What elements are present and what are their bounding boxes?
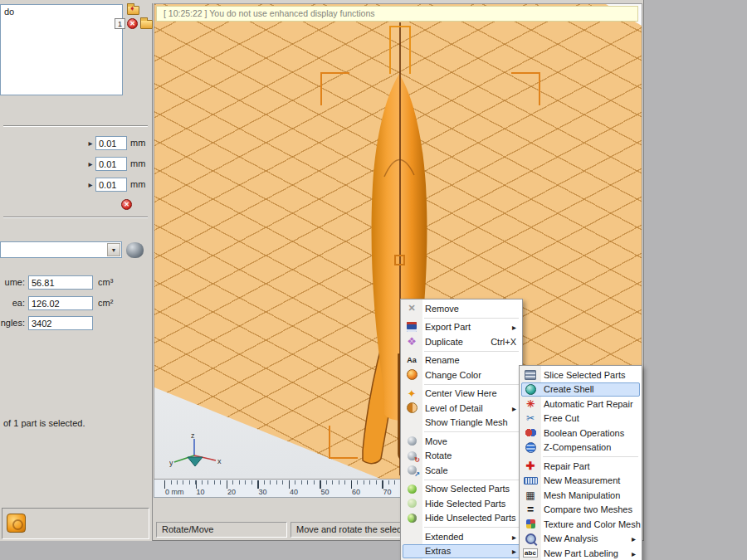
area-unit: cm² [98,298,113,308]
triangles-field[interactable] [28,316,93,330]
settings-icon[interactable] [7,514,26,533]
context-menu-item-hide-unselected-parts[interactable]: Hide Unselected Parts [403,511,520,526]
extras-submenu-item-new-measurement[interactable]: New Measurement [521,474,640,489]
extras-submenu-item-texture-and-color-mesh[interactable]: Texture and Color Mesh [521,517,640,532]
menu-item-label: Change Color [425,370,516,380]
context-menu-item-export-part[interactable]: Export Part [403,320,520,335]
move-icon [404,435,419,447]
context-menu-item-duplicate[interactable]: DuplicateCtrl+X [403,334,520,349]
submenu-arrow-icon [512,403,516,413]
z-axis-label: z [191,432,195,440]
history-list[interactable]: do [0,4,123,95]
chevron-down-icon[interactable] [107,243,120,256]
context-menu-item-extended[interactable]: Extended [403,529,520,544]
offset-x-input[interactable] [95,136,127,150]
axes-indicator: z y x [169,432,222,472]
volume-unit: cm³ [98,277,113,287]
ruler-label: 70 [383,488,392,496]
extras-submenu-item-repair-part[interactable]: Repair Part [521,459,640,474]
extras-submenu-item-compare-two-meshes[interactable]: Compare two Meshes [521,503,640,518]
menu-item-label: Extended [425,532,507,542]
menu-separator [424,527,519,528]
extras-submenu-item-create-shell[interactable]: Create Shell [521,382,640,397]
menu-separator [424,480,519,480]
extras-submenu-item-slice-selected-parts[interactable]: Slice Selected Parts [521,368,640,382]
offset-row-z: mm [0,177,153,193]
menu-item-label: Rotate [425,450,516,460]
selection-bracket-top-right [511,72,540,105]
area-field[interactable] [28,296,93,310]
menu-item-label: Extras [425,546,507,556]
menu-item-label: Export Part [425,322,507,332]
y-axis-label: y [169,459,173,467]
folder-icon[interactable] [140,20,153,29]
context-menu-item-scale[interactable]: Scale [403,463,520,478]
submenu-arrow-icon [632,548,636,558]
z-compensation-icon [523,441,538,454]
context-menu-item-change-color[interactable]: Change Color [403,368,520,382]
part-select-dropdown[interactable] [0,241,122,258]
extras-submenu-item-z-compensation[interactable]: Z-Compensation [521,441,640,455]
delete-item-button[interactable] [127,18,138,29]
move-handle[interactable] [409,26,411,74]
selection-center-handle[interactable] [394,255,405,265]
context-menu-item-move[interactable]: Move [403,434,520,449]
extras-submenu-item-boolean-operations[interactable]: Boolean Operations [521,426,640,441]
expand-arrow-icon[interactable] [85,158,95,168]
menu-item-label: Free Cut [544,413,636,423]
context-menu-item-level-of-detail[interactable]: Level of Detail [403,401,520,416]
hide-unselected-parts-icon [404,512,419,524]
expand-arrow-icon[interactable] [85,138,95,148]
mesh-manipulation-icon [523,489,538,501]
selection-bracket-bottom-left [329,426,358,459]
free-cut-icon [523,412,538,425]
move-handle[interactable] [389,26,411,27]
context-menu-item-rotate[interactable]: Rotate [403,449,520,464]
menu-item-label: Create Shell [544,384,636,394]
reset-button[interactable] [121,199,132,210]
context-menu-item-extras[interactable]: Extras [403,544,520,559]
extras-submenu-item-automatic-part-repair[interactable]: Automatic Part Repair [521,397,640,411]
offset-y-input[interactable] [95,157,127,171]
ruler-label: 10 [197,488,205,496]
count-badge: 1 [115,18,125,29]
context-menu-item-center-view-here[interactable]: Center View Here [403,387,520,402]
context-menu-item-remove[interactable]: Remove [403,301,520,316]
menu-item-label: Hide Selected Parts [425,499,516,509]
extras-submenu-item-mesh-manipulation[interactable]: Mesh Manipulation [521,488,640,503]
context-menu-item-show-triangle-mesh[interactable]: Show Triangle Mesh [403,416,520,431]
menu-separator [543,456,638,457]
open-folder-icon[interactable] [127,6,139,15]
menu-item-label: Boolean Operations [544,428,636,438]
area-label: ea: [0,298,25,308]
remove-icon [404,302,419,314]
extras-submenu-item-free-cut[interactable]: Free Cut [521,411,640,426]
submenu-arrow-icon [512,546,516,556]
menu-separator [424,351,519,352]
divider [3,125,148,127]
menu-item-label: Compare two Meshes [544,504,636,514]
texture-color-mesh-icon [523,518,538,530]
submenu-arrow-icon [512,322,516,332]
context-menu-item-hide-selected-parts[interactable]: Hide Selected Parts [403,496,520,511]
offset-z-input[interactable] [95,178,127,192]
volume-field[interactable] [28,275,93,290]
menu-item-label: Mesh Manipulation [544,490,636,500]
ruler-label: 60 [352,488,360,496]
new-part-labeling-icon [523,547,538,559]
offset-row-x: mm [0,135,153,152]
context-menu-item-rename[interactable]: Rename [403,353,520,368]
ruler-label: 50 [321,488,330,496]
expand-arrow-icon[interactable] [85,179,95,189]
automatic-part-repair-icon [523,397,538,410]
extras-submenu-item-new-analysis[interactable]: New Analysis [521,532,640,547]
menu-separator [424,431,519,432]
no-icon [404,545,419,558]
menu-separator [424,318,519,319]
move-handle[interactable] [389,26,391,74]
context-menu-item-show-selected-parts[interactable]: Show Selected Parts [403,482,520,497]
extras-submenu-item-new-part-labeling[interactable]: New Part Labeling [521,546,640,560]
submenu-arrow-icon [512,532,516,542]
left-panel: do 1 mm mm mm [0,3,153,541]
context-menu: RemoveExport PartDuplicateCtrl+XRenameCh… [400,299,523,560]
